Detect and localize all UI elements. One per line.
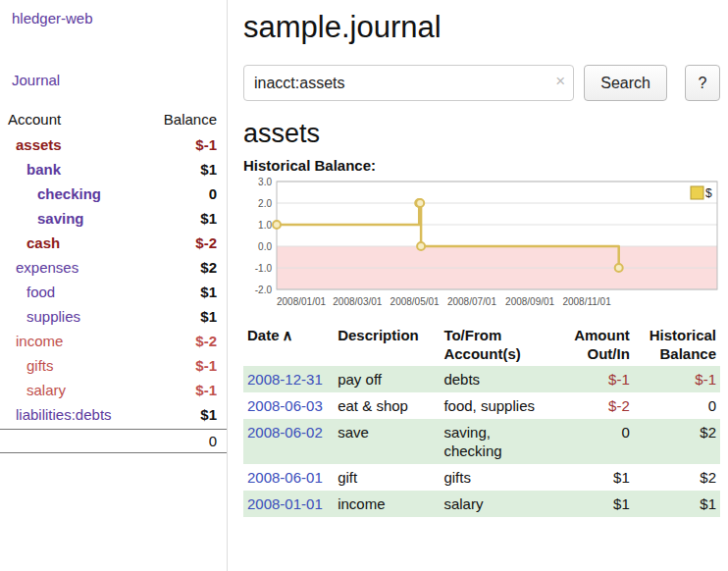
transaction-balance: 0 bbox=[634, 392, 720, 419]
account-balance-cash: $-2 bbox=[195, 234, 217, 252]
account-row-salary: salary $-1 bbox=[0, 378, 227, 402]
transaction-accounts: saving, checking bbox=[440, 419, 552, 464]
transaction-accounts: debts bbox=[440, 366, 552, 392]
account-link-income[interactable]: income bbox=[16, 332, 63, 350]
transaction-amount: $1 bbox=[553, 491, 634, 517]
account-link-checking[interactable]: checking bbox=[37, 184, 101, 203]
transaction-amount: $-1 bbox=[553, 366, 634, 392]
account-balance-gifts: $-1 bbox=[195, 356, 217, 375]
sort-ascending-icon: ∧ bbox=[283, 327, 293, 343]
historical-balance-chart: -2.0-1.00.01.02.03.02008/01/012008/03/01… bbox=[243, 176, 720, 315]
search-bar: × Search ? bbox=[243, 65, 720, 101]
account-link-assets[interactable]: assets bbox=[16, 135, 62, 154]
search-field-wrapper: × bbox=[243, 65, 574, 101]
svg-text:2008/07/01: 2008/07/01 bbox=[447, 296, 496, 307]
transaction-amount: 0 bbox=[553, 419, 634, 464]
account-link-salary[interactable]: salary bbox=[26, 381, 66, 399]
accounts-table-header: Account Balance bbox=[0, 106, 227, 132]
register-header-date-label: Date bbox=[247, 327, 280, 343]
account-balance-bank: $1 bbox=[200, 160, 217, 179]
search-input[interactable] bbox=[243, 65, 574, 101]
chart-title: Historical Balance: bbox=[243, 157, 720, 174]
hledger-web-app: hledger-web Journal Account Balance asse… bbox=[0, 0, 728, 571]
transaction-description: income bbox=[334, 491, 440, 517]
account-balance-assets: $-1 bbox=[195, 135, 217, 154]
account-link-bank[interactable]: bank bbox=[26, 160, 61, 179]
account-balance-income: $-2 bbox=[195, 332, 217, 350]
svg-text:2008/01/01: 2008/01/01 bbox=[277, 296, 326, 307]
account-balance-checking: 0 bbox=[209, 184, 217, 203]
account-row-supplies: supplies $1 bbox=[0, 304, 227, 329]
svg-text:2008/05/01: 2008/05/01 bbox=[390, 296, 440, 307]
register-row: 2008-01-01 income salary $1 $1 bbox=[243, 491, 720, 517]
account-link-saving[interactable]: saving bbox=[37, 209, 84, 228]
register-header-balance: Historical Balance bbox=[634, 323, 720, 366]
transaction-accounts: food, supplies bbox=[440, 392, 552, 419]
account-link-expenses[interactable]: expenses bbox=[16, 258, 78, 277]
accounts-total-value: 0 bbox=[209, 433, 217, 449]
register-header-amount: Amount Out/In bbox=[553, 323, 634, 366]
balance-chart-svg: -2.0-1.00.01.02.03.02008/01/012008/03/01… bbox=[243, 176, 720, 315]
register-row: 2008-06-03 eat & shop food, supplies $-2… bbox=[243, 392, 720, 419]
transaction-date-link[interactable]: 2008-06-01 bbox=[247, 469, 323, 486]
transaction-balance: $1 bbox=[634, 491, 720, 517]
register-row: 2008-06-02 save saving, checking 0 $2 bbox=[243, 419, 720, 464]
accounts-total-row: 0 bbox=[0, 429, 227, 453]
register-header-row: Date∧ Description To/From Account(s) Amo… bbox=[243, 323, 720, 366]
transaction-accounts: gifts bbox=[440, 464, 552, 491]
svg-text:0.0: 0.0 bbox=[258, 241, 272, 252]
accounts-table: Account Balance assets $-1 bank $1 check… bbox=[0, 106, 227, 453]
register-header-date[interactable]: Date∧ bbox=[243, 323, 334, 366]
main-content: sample.journal × Search ? assets Histori… bbox=[228, 0, 728, 571]
account-link-supplies[interactable]: supplies bbox=[26, 307, 80, 326]
nav-journal-link[interactable]: Journal bbox=[0, 70, 227, 90]
account-link-gifts[interactable]: gifts bbox=[26, 356, 54, 375]
register-header-accounts: To/From Account(s) bbox=[440, 323, 552, 366]
svg-text:-1.0: -1.0 bbox=[255, 263, 273, 274]
account-row-checking: checking 0 bbox=[0, 182, 227, 206]
svg-text:3.0: 3.0 bbox=[258, 177, 272, 187]
app-title-link[interactable]: hledger-web bbox=[0, 8, 227, 28]
register-table: Date∧ Description To/From Account(s) Amo… bbox=[243, 323, 720, 517]
account-row-gifts: gifts $-1 bbox=[0, 353, 227, 378]
account-row-saving: saving $1 bbox=[0, 206, 227, 231]
account-row-bank: bank $1 bbox=[0, 157, 227, 182]
transaction-amount: $-2 bbox=[553, 392, 634, 419]
register-row: 2008-12-31 pay off debts $-1 $-1 bbox=[243, 366, 720, 392]
transaction-date-link[interactable]: 2008-12-31 bbox=[247, 371, 323, 388]
account-link-liabilities-debts[interactable]: liabilities:debts bbox=[16, 405, 112, 424]
transaction-description: pay off bbox=[334, 366, 440, 392]
svg-text:2008/09/01: 2008/09/01 bbox=[505, 296, 554, 307]
accounts-header-account: Account bbox=[8, 111, 61, 128]
svg-text:1.0: 1.0 bbox=[258, 220, 272, 231]
clear-search-icon[interactable]: × bbox=[555, 73, 565, 89]
transaction-amount: $1 bbox=[553, 464, 634, 491]
help-button[interactable]: ? bbox=[685, 65, 720, 101]
svg-text:-2.0: -2.0 bbox=[255, 285, 273, 295]
register-row: 2008-06-01 gift gifts $1 $2 bbox=[243, 464, 720, 491]
transaction-date-link[interactable]: 2008-06-02 bbox=[247, 424, 323, 441]
transaction-description: gift bbox=[334, 464, 440, 491]
transaction-balance: $2 bbox=[634, 464, 720, 491]
account-row-food: food $1 bbox=[0, 280, 227, 304]
search-button[interactable]: Search bbox=[584, 65, 667, 101]
account-balance-salary: $-1 bbox=[195, 381, 217, 399]
account-link-food[interactable]: food bbox=[26, 283, 55, 301]
account-balance-expenses: $2 bbox=[200, 258, 217, 277]
transaction-date-link[interactable]: 2008-01-01 bbox=[247, 495, 323, 512]
transaction-date-link[interactable]: 2008-06-03 bbox=[247, 397, 323, 414]
svg-text:2008/11/01: 2008/11/01 bbox=[562, 296, 611, 307]
register-header-description: Description bbox=[334, 323, 440, 366]
account-balance-saving: $1 bbox=[200, 209, 217, 228]
page-title: sample.journal bbox=[243, 10, 720, 45]
account-balance-food: $1 bbox=[200, 283, 217, 301]
svg-text:2.0: 2.0 bbox=[258, 198, 272, 209]
accounts-header-balance: Balance bbox=[164, 111, 217, 128]
transaction-accounts: salary bbox=[440, 491, 552, 517]
account-row-assets: assets $-1 bbox=[0, 132, 227, 157]
svg-text:2008/03/01: 2008/03/01 bbox=[333, 296, 382, 307]
account-link-cash[interactable]: cash bbox=[26, 234, 60, 252]
account-row-expenses: expenses $2 bbox=[0, 255, 227, 280]
account-row-cash: cash $-2 bbox=[0, 231, 227, 255]
account-balance-supplies: $1 bbox=[200, 307, 217, 326]
